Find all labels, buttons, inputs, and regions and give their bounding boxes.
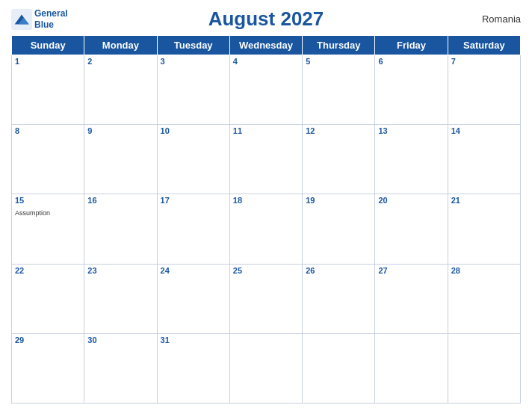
calendar-cell: 5 <box>303 55 375 125</box>
date-number: 22 <box>15 266 81 275</box>
date-number: 16 <box>87 196 153 205</box>
calendar-cell: 18 <box>229 194 302 264</box>
date-number: 29 <box>15 336 81 344</box>
calendar-cell: 12 <box>303 125 375 194</box>
calendar-cell: 4 <box>229 55 302 125</box>
calendar-cell <box>303 333 375 403</box>
day-header-tuesday: Tuesday <box>157 36 229 55</box>
calendar-cell: 19 <box>303 194 375 264</box>
calendar-cell: 31 <box>157 333 229 403</box>
date-number: 27 <box>378 266 444 275</box>
date-number: 6 <box>378 57 444 66</box>
day-headers-row: SundayMondayTuesdayWednesdayThursdayFrid… <box>12 36 521 55</box>
calendar-cell: 7 <box>448 55 520 125</box>
calendar-cell: 10 <box>157 125 229 194</box>
week-row-1: 1234567 <box>12 55 521 125</box>
date-number: 4 <box>233 57 299 66</box>
calendar-title: August 2027 <box>208 7 324 31</box>
logo-line1: General <box>34 8 68 19</box>
date-number: 21 <box>451 196 517 205</box>
calendar-cell: 28 <box>448 264 520 333</box>
calendar-cell: 8 <box>12 125 84 194</box>
logo: General Blue <box>11 8 68 30</box>
calendar-cell: 15Assumption <box>12 194 84 264</box>
logo-line2: Blue <box>34 19 54 30</box>
week-row-3: 15Assumption161718192021 <box>12 194 521 264</box>
date-number: 1 <box>15 57 81 66</box>
date-number: 7 <box>451 57 517 66</box>
day-header-sunday: Sunday <box>12 36 84 55</box>
calendar-cell: 30 <box>84 333 157 403</box>
date-number: 23 <box>87 266 153 275</box>
date-number: 13 <box>378 126 444 135</box>
calendar-cell <box>448 333 520 403</box>
calendar-cell: 25 <box>229 264 302 333</box>
calendar-cell <box>375 333 448 403</box>
calendar-cell: 6 <box>375 55 448 125</box>
day-header-friday: Friday <box>375 36 448 55</box>
week-row-2: 891011121314 <box>12 125 521 194</box>
week-row-4: 22232425262728 <box>12 264 521 333</box>
date-number: 15 <box>15 196 81 205</box>
calendar-cell: 24 <box>157 264 229 333</box>
date-number: 3 <box>161 57 226 66</box>
date-number: 9 <box>87 126 153 135</box>
calendar-cell: 17 <box>157 194 229 264</box>
calendar-cell: 11 <box>229 125 302 194</box>
week-row-5: 293031 <box>12 333 521 403</box>
calendar-cell: 23 <box>84 264 157 333</box>
calendar-table: SundayMondayTuesdayWednesdayThursdayFrid… <box>11 35 521 404</box>
calendar-cell: 3 <box>157 55 229 125</box>
logo-icon <box>11 9 32 30</box>
calendar-cell: 13 <box>375 125 448 194</box>
date-number: 10 <box>161 126 226 135</box>
date-number: 14 <box>451 126 517 135</box>
calendar-cell: 22 <box>12 264 84 333</box>
calendar-cell: 14 <box>448 125 520 194</box>
date-number: 31 <box>161 336 226 344</box>
date-number: 20 <box>378 196 444 205</box>
calendar-cell: 26 <box>303 264 375 333</box>
date-number: 12 <box>306 126 371 135</box>
date-number: 5 <box>306 57 371 66</box>
date-number: 28 <box>451 266 517 275</box>
day-header-thursday: Thursday <box>303 36 375 55</box>
date-number: 19 <box>306 196 371 205</box>
calendar-cell: 27 <box>375 264 448 333</box>
date-number: 30 <box>87 336 153 344</box>
date-number: 25 <box>233 266 299 275</box>
calendar-cell: 21 <box>448 194 520 264</box>
calendar-cell: 16 <box>84 194 157 264</box>
calendar-cell: 9 <box>84 125 157 194</box>
date-number: 18 <box>233 196 299 205</box>
date-number: 2 <box>87 57 153 66</box>
calendar-cell: 2 <box>84 55 157 125</box>
date-number: 11 <box>233 126 299 135</box>
calendar-cell: 29 <box>12 333 84 403</box>
date-number: 26 <box>306 266 371 275</box>
calendar-cell: 1 <box>12 55 84 125</box>
country-label: Romania <box>482 13 521 25</box>
calendar-cell: 20 <box>375 194 448 264</box>
calendar-header: General Blue August 2027 Romania <box>11 7 521 31</box>
day-header-saturday: Saturday <box>448 36 520 55</box>
date-number: 8 <box>15 126 81 135</box>
date-number: 24 <box>161 266 226 275</box>
calendar-cell <box>229 333 302 403</box>
holiday-label: Assumption <box>15 209 50 217</box>
day-header-wednesday: Wednesday <box>229 36 302 55</box>
date-number: 17 <box>161 196 226 205</box>
day-header-monday: Monday <box>84 36 157 55</box>
